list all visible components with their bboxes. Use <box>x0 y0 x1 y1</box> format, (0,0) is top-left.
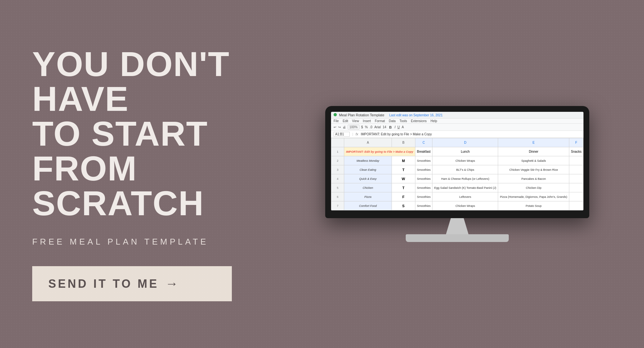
row-num-1: 1 <box>331 147 344 156</box>
font-label[interactable]: Arial <box>374 125 381 129</box>
menu-file[interactable]: File <box>334 119 339 123</box>
row-num-4: 4 <box>331 174 344 183</box>
food-cell <box>569 192 583 201</box>
food-cell: Leftovers <box>432 192 498 201</box>
table-row: 7 Comfort Food S Smoothies Chicken Wraps… <box>331 201 583 210</box>
currency-icon[interactable]: $ <box>361 125 363 129</box>
day-cell: T <box>392 183 415 192</box>
monitor-neck <box>441 218 473 234</box>
green-dot-icon <box>334 113 338 117</box>
food-cell: Smoothies <box>415 183 432 192</box>
main-headline: YOU DON'T HAVE TO START FROM SCRATCH <box>32 47 232 221</box>
redo-icon[interactable]: ↪ <box>338 125 341 129</box>
important-cell: IMPORTANT: Edit by going to File > Make … <box>344 147 415 156</box>
fx-label: fx <box>356 132 358 136</box>
food-cell <box>569 183 583 192</box>
food-cell: Smoothies <box>415 192 432 201</box>
monitor-base <box>406 234 509 242</box>
food-cell: Ham & Cheese Rollups (or Leftovers) <box>432 174 498 183</box>
underline-button[interactable]: U <box>397 125 400 129</box>
sheet-title: Meal Plan Rotation Template <box>339 113 384 117</box>
day-cell: W <box>392 174 415 183</box>
zoom-control[interactable]: 100% <box>348 125 359 130</box>
food-cell <box>569 201 583 210</box>
table-row: 2 Meatless Monday M Smoothies Chicken Wr… <box>331 156 583 165</box>
col-header-a: A <box>344 138 392 147</box>
table-row: 1 IMPORTANT: Edit by going to File > Mak… <box>331 147 583 156</box>
menu-data[interactable]: Data <box>389 119 396 123</box>
col-header-rownum <box>331 138 344 147</box>
right-section: Meal Plan Rotation Template Last edit wa… <box>290 87 644 261</box>
food-cell <box>569 165 583 174</box>
col-header-f: F <box>569 138 583 147</box>
food-cell: Egg Salad Sandwich (K) Tomato-Basil Pani… <box>432 183 498 192</box>
cta-button-label: SEND IT TO ME <box>48 277 159 291</box>
theme-cell: Clean Eating <box>344 165 392 174</box>
cell-reference[interactable]: A1:B1 <box>334 132 350 137</box>
day-cell: S <box>392 201 415 210</box>
monitor-screen-wrapper: Meal Plan Rotation Template Last edit wa… <box>325 106 589 218</box>
italic-button[interactable]: I <box>394 125 395 129</box>
formula-text: IMPORTANT: Edit by going to File > Make … <box>361 132 432 136</box>
food-cell <box>569 156 583 165</box>
menu-tools[interactable]: Tools <box>400 119 407 123</box>
day-cell: T <box>392 165 415 174</box>
menu-edit[interactable]: Edit <box>343 119 348 123</box>
day-cell: F <box>392 192 415 201</box>
row-num-5: 5 <box>331 183 344 192</box>
undo-icon[interactable]: ↩ <box>334 125 336 129</box>
theme-cell: Comfort Food <box>344 201 392 210</box>
subtitle: FREE MEAL PLAN TEMPLATE <box>32 237 232 247</box>
text-color-button[interactable]: A <box>402 125 404 129</box>
row-num-7: 7 <box>331 201 344 210</box>
food-cell: Smoothies <box>415 174 432 183</box>
formula-divider: | <box>352 132 353 136</box>
table-row: 6 Pizza F Smoothies Leftovers Pizza (Hom… <box>331 192 583 201</box>
table-row: 3 Clean Eating T Smoothies BLT's & Chips… <box>331 165 583 174</box>
monitor-screen: Meal Plan Rotation Template Last edit wa… <box>331 112 583 210</box>
food-cell: Chicken Wraps <box>432 201 498 210</box>
menu-view[interactable]: View <box>352 119 359 123</box>
spreadsheet-grid: A B C D E F 1 <box>331 138 583 210</box>
col-header-d: D <box>432 138 498 147</box>
col-header-c: C <box>415 138 432 147</box>
decimal-icon[interactable]: .0 <box>370 125 372 129</box>
formula-bar: A1:B1 | fx IMPORTANT: Edit by going to F… <box>331 131 583 138</box>
sheet-toolbar: ↩ ↪ 🖨 100% $ % .0 Arial 14 B I U A <box>331 124 583 131</box>
font-size[interactable]: 14 <box>383 125 386 129</box>
send-it-to-me-button[interactable]: SEND IT TO ME → <box>32 266 232 301</box>
food-cell <box>569 174 583 183</box>
header-lunch: Lunch <box>432 147 498 156</box>
menu-help[interactable]: Help <box>431 119 437 123</box>
theme-cell: Pizza <box>344 192 392 201</box>
food-cell: Potato Soup <box>498 201 569 210</box>
monitor: Meal Plan Rotation Template Last edit wa… <box>325 106 589 242</box>
food-cell: Smoothies <box>415 165 432 174</box>
food-cell: Spaghetti & Salads <box>498 156 569 165</box>
menu-extensions[interactable]: Extensions <box>411 119 427 123</box>
print-icon[interactable]: 🖨 <box>343 125 346 129</box>
table-row: 4 Quick & Easy W Smoothies Ham & Cheese … <box>331 174 583 183</box>
food-cell: Pizza (Homemade, Digiornos, Papa John's,… <box>498 192 569 201</box>
cta-arrow-icon: → <box>165 276 178 291</box>
col-header-e: E <box>498 138 569 147</box>
col-header-b: B <box>392 138 415 147</box>
menu-insert[interactable]: Insert <box>363 119 371 123</box>
food-cell: Smoothies <box>415 201 432 210</box>
row-num-6: 6 <box>331 192 344 201</box>
header-breakfast: Breakfast <box>415 147 432 156</box>
food-cell: Chicken Dip <box>498 183 569 192</box>
left-section: YOU DON'T HAVE TO START FROM SCRATCH FRE… <box>0 21 258 327</box>
percent-icon[interactable]: % <box>365 125 368 129</box>
bold-button[interactable]: B <box>388 125 393 129</box>
food-cell: BLT's & Chips <box>432 165 498 174</box>
sheet-title-bar: Meal Plan Rotation Template Last edit wa… <box>331 112 583 119</box>
menu-format[interactable]: Format <box>375 119 385 123</box>
spreadsheet: Meal Plan Rotation Template Last edit wa… <box>331 112 583 210</box>
row-num-3: 3 <box>331 165 344 174</box>
table-row: 5 Chicken T Smoothies Egg Salad Sandwich… <box>331 183 583 192</box>
food-cell: Chicken Wraps <box>432 156 498 165</box>
food-cell: Pancakes & Bacon <box>498 174 569 183</box>
theme-cell: Chicken <box>344 183 392 192</box>
sheet-menu-bar: File Edit View Insert Format Data Tools … <box>331 119 583 124</box>
